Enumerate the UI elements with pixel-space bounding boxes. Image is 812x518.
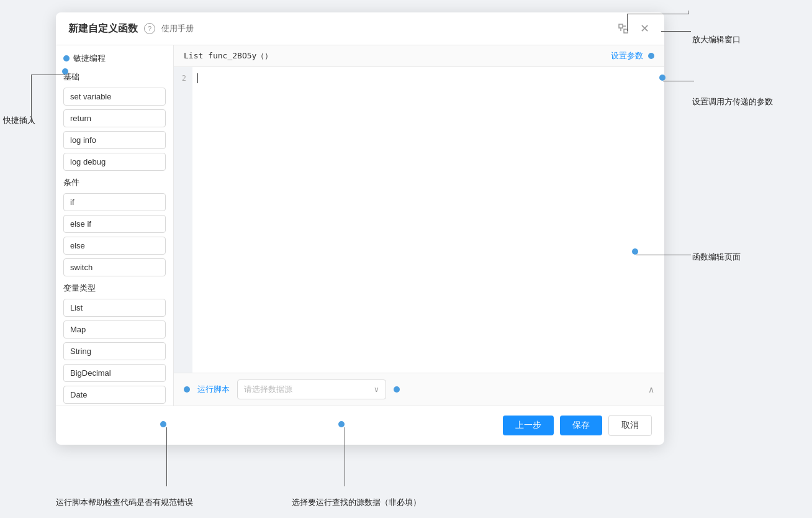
annotation-datasource: 选择要运行查找的源数据（非必填） (292, 497, 421, 508)
editor-toolbar: List func_2BO5y（） 设置参数 (174, 45, 664, 67)
sidebar-item-set-variable[interactable]: set variable (63, 88, 166, 106)
sidebar-item-log-debug[interactable]: log debug (63, 153, 166, 171)
sidebar-item-date[interactable]: Date (63, 386, 166, 404)
svg-rect-0 (619, 24, 623, 28)
header-actions: ✕ (616, 21, 652, 36)
sidebar-item-switch[interactable]: switch (63, 258, 166, 276)
dialog-title: 新建自定义函数 (68, 22, 138, 35)
set-params-button[interactable]: 设置参数 (611, 50, 643, 61)
svg-rect-1 (624, 29, 628, 33)
ann-line-expand-h (661, 31, 691, 32)
annotation-run-script: 运行脚本帮助检查代码是否有规范错误 (56, 497, 193, 508)
sidebar-item-string[interactable]: String (63, 342, 166, 360)
expand-button[interactable] (616, 21, 631, 36)
sidebar-item-if[interactable]: if (63, 193, 166, 211)
bottom-bar: 运行脚本 请选择数据源 ∨ ∧ (174, 373, 664, 406)
help-icon[interactable]: ? (144, 23, 155, 34)
dialog-footer: 上一步 保存 取消 (56, 406, 664, 445)
sidebar-item-return[interactable]: return (63, 109, 166, 127)
sidebar-item-else[interactable]: else (63, 237, 166, 255)
section-condition-title: 条件 (63, 177, 166, 188)
sidebar-item-log-info[interactable]: log info (63, 131, 166, 149)
dialog-header: 新建自定义函数 ? 使用手册 ✕ (56, 12, 664, 45)
line-numbers: 2 (174, 67, 192, 373)
code-editor[interactable]: 2 (174, 67, 664, 373)
annotation-set-params: 设置调用方传递的参数 (692, 96, 773, 107)
prev-button[interactable]: 上一步 (503, 416, 554, 435)
sidebar-item-else-if[interactable]: else if (63, 215, 166, 233)
manual-link[interactable]: 使用手册 (161, 23, 194, 34)
save-button[interactable]: 保存 (560, 416, 602, 435)
run-script-button[interactable]: 运行脚本 (197, 384, 230, 395)
sidebar-item-map[interactable]: Map (63, 320, 166, 339)
cancel-button[interactable]: 取消 (608, 415, 652, 436)
annotation-expand: 放大编辑窗口 (692, 34, 741, 45)
line-number-2: 2 (176, 72, 190, 84)
text-cursor (197, 73, 198, 83)
func-signature: List func_2BO5y（） (184, 50, 273, 61)
select-arrow-icon: ∨ (374, 385, 379, 394)
section-var-type-title: 变量类型 (63, 283, 166, 294)
sidebar-label: 敏捷编程 (73, 53, 106, 64)
section-basic-title: 基础 (63, 71, 166, 83)
code-content[interactable] (192, 67, 664, 373)
ann-line-params-h (663, 81, 694, 81)
editor-area: List func_2BO5y（） 设置参数 2 (174, 45, 664, 406)
new-function-dialog: 新建自定义函数 ? 使用手册 ✕ (56, 12, 664, 445)
datasource-select[interactable]: 请选择数据源 ∨ (237, 379, 386, 399)
annotation-shortcut: 快捷插入 (3, 115, 35, 126)
datasource-placeholder: 请选择数据源 (244, 384, 374, 395)
sidebar-item-list[interactable]: List (63, 299, 166, 317)
ann-line-shortcut-v (31, 75, 32, 123)
close-button[interactable]: ✕ (637, 21, 652, 36)
annotation-editor: 函数编辑页面 (692, 252, 741, 263)
collapse-button[interactable]: ∧ (648, 384, 654, 394)
sidebar: 敏捷编程 基础 set variable return log info log… (56, 45, 174, 406)
sidebar-item-bigdecimal[interactable]: BigDecimal (63, 364, 166, 382)
dialog-body: 敏捷编程 基础 set variable return log info log… (56, 45, 664, 406)
